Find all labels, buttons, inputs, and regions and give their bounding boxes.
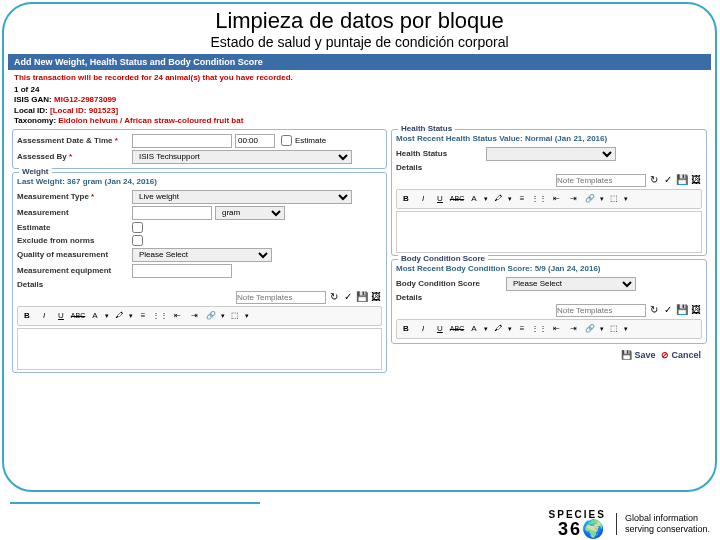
date-input[interactable]	[132, 134, 232, 148]
equipment-input[interactable]	[132, 264, 232, 278]
save-icon[interactable]: 💾	[676, 304, 688, 316]
quality-select[interactable]: Please Select	[132, 248, 272, 262]
list-ol-button[interactable]: ≡	[515, 322, 529, 336]
equipment-label: Measurement equipment	[17, 266, 132, 275]
indent-button[interactable]: ⇥	[187, 309, 201, 323]
weight-details-label: Details	[17, 280, 132, 289]
outdent-button[interactable]: ⇤	[549, 192, 563, 206]
health-panel: Health Status Most Recent Health Status …	[391, 129, 707, 256]
weight-details-editor[interactable]	[17, 328, 382, 370]
link-button[interactable]: 🔗	[583, 192, 597, 206]
underline-decoration	[10, 502, 260, 504]
save-button[interactable]: 💾Save	[621, 350, 655, 360]
check-icon[interactable]: ✓	[662, 304, 674, 316]
bcs-select[interactable]: Please Select	[506, 277, 636, 291]
bg-color-button[interactable]: 🖍	[491, 322, 505, 336]
bcs-recent: Most Recent Body Condition Score: 5/9 (J…	[396, 262, 702, 275]
bcs-editor-toolbar: B I U ABC A▾ 🖍▾ ≡ ⋮⋮ ⇤ ⇥ 🔗▾ ⬚▾	[396, 319, 702, 339]
weight-note-template[interactable]	[236, 291, 326, 304]
page-title: Limpieza de datos por bloque	[4, 4, 715, 34]
weight-estimate-checkbox[interactable]	[132, 222, 143, 233]
image-icon[interactable]: 🖼	[370, 291, 382, 303]
refresh-icon[interactable]: ↻	[648, 174, 660, 186]
font-color-button[interactable]: A	[467, 192, 481, 206]
weight-editor-toolbar: B I U ABC A▾ 🖍▾ ≡ ⋮⋮ ⇤ ⇥ 🔗▾ ⬚▾	[17, 306, 382, 326]
estimate-label: Estimate	[295, 136, 326, 145]
measurement-label: Measurement	[17, 208, 132, 217]
refresh-icon[interactable]: ↻	[648, 304, 660, 316]
more-button[interactable]: ⬚	[607, 322, 621, 336]
italic-button[interactable]: I	[37, 309, 51, 323]
record-info: 1 of 24 ISIS GAN: MIG12-29873099 Local I…	[8, 85, 711, 127]
health-recent: Most Recent Health Status Value: Normal …	[396, 132, 702, 145]
disk-icon: 💾	[621, 350, 632, 360]
page-subtitle: Estado de salud y puntaje de condición c…	[4, 34, 715, 54]
weight-estimate-label: Estimate	[17, 223, 132, 232]
list-ul-button[interactable]: ⋮⋮	[153, 309, 167, 323]
time-input[interactable]	[235, 134, 275, 148]
italic-button[interactable]: I	[416, 322, 430, 336]
health-status-label: Health Status	[396, 149, 486, 158]
underline-button[interactable]: U	[54, 309, 68, 323]
font-color-button[interactable]: A	[467, 322, 481, 336]
list-ol-button[interactable]: ≡	[515, 192, 529, 206]
bcs-note-template[interactable]	[556, 304, 646, 317]
indent-button[interactable]: ⇥	[566, 322, 580, 336]
exclude-checkbox[interactable]	[132, 235, 143, 246]
bcs-panel: Body Condition Score Most Recent Body Co…	[391, 259, 707, 344]
underline-button[interactable]: U	[433, 322, 447, 336]
health-editor-toolbar: B I U ABC A▾ 🖍▾ ≡ ⋮⋮ ⇤ ⇥ 🔗▾ ⬚▾	[396, 189, 702, 209]
cancel-button[interactable]: ⊘Cancel	[661, 350, 701, 360]
meas-type-label: Measurement Type *	[17, 192, 132, 201]
health-note-template[interactable]	[556, 174, 646, 187]
exclude-label: Exclude from norms	[17, 236, 132, 245]
unit-select[interactable]: gram	[215, 206, 285, 220]
list-ul-button[interactable]: ⋮⋮	[532, 322, 546, 336]
indent-button[interactable]: ⇥	[566, 192, 580, 206]
image-icon[interactable]: 🖼	[690, 174, 702, 186]
bold-button[interactable]: B	[20, 309, 34, 323]
save-icon[interactable]: 💾	[356, 291, 368, 303]
underline-button[interactable]: U	[433, 192, 447, 206]
check-icon[interactable]: ✓	[662, 174, 674, 186]
strike-button[interactable]: ABC	[71, 309, 85, 323]
measurement-input[interactable]	[132, 206, 212, 220]
bold-button[interactable]: B	[399, 322, 413, 336]
assessed-by-label: Assessed By *	[17, 152, 132, 161]
strike-button[interactable]: ABC	[450, 322, 464, 336]
bcs-details-label: Details	[396, 293, 511, 302]
list-ol-button[interactable]: ≡	[136, 309, 150, 323]
last-weight: Last Weight: 367 gram (Jan 24, 2016)	[17, 175, 382, 188]
bg-color-button[interactable]: 🖍	[112, 309, 126, 323]
check-icon[interactable]: ✓	[342, 291, 354, 303]
more-button[interactable]: ⬚	[228, 309, 242, 323]
bold-button[interactable]: B	[399, 192, 413, 206]
image-icon[interactable]: 🖼	[690, 304, 702, 316]
brand-footer: SPECIES 36🌍 Global information serving c…	[549, 510, 710, 538]
link-button[interactable]: 🔗	[204, 309, 218, 323]
warning-text: This transaction will be recorded for 24…	[8, 70, 711, 85]
quality-label: Quality of measurement	[17, 250, 132, 259]
weight-panel: Weight Last Weight: 367 gram (Jan 24, 20…	[12, 172, 387, 373]
strike-button[interactable]: ABC	[450, 192, 464, 206]
refresh-icon[interactable]: ↻	[328, 291, 340, 303]
more-button[interactable]: ⬚	[607, 192, 621, 206]
bg-color-button[interactable]: 🖍	[491, 192, 505, 206]
health-status-select[interactable]	[486, 147, 616, 161]
bcs-label: Body Condition Score	[396, 279, 506, 288]
estimate-checkbox[interactable]	[281, 135, 292, 146]
health-details-label: Details	[396, 163, 511, 172]
link-button[interactable]: 🔗	[583, 322, 597, 336]
health-details-editor[interactable]	[396, 211, 702, 253]
date-label: Assessment Date & Time *	[17, 136, 132, 145]
meas-type-select[interactable]: Live weight	[132, 190, 352, 204]
outdent-button[interactable]: ⇤	[170, 309, 184, 323]
list-ul-button[interactable]: ⋮⋮	[532, 192, 546, 206]
italic-button[interactable]: I	[416, 192, 430, 206]
assessment-panel: Assessment Date & Time * Estimate Assess…	[12, 129, 387, 169]
assessed-by-select[interactable]: ISIS Techsupport	[132, 150, 352, 164]
outdent-button[interactable]: ⇤	[549, 322, 563, 336]
save-icon[interactable]: 💾	[676, 174, 688, 186]
font-color-button[interactable]: A	[88, 309, 102, 323]
cancel-icon: ⊘	[661, 350, 669, 360]
